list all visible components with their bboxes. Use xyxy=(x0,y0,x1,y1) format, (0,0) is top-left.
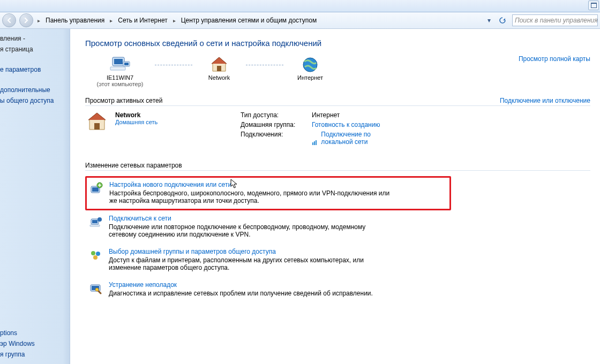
map-connection-line xyxy=(155,65,192,65)
map-node-network: Network xyxy=(192,55,246,81)
svg-rect-16 xyxy=(90,225,100,226)
task-item: Подключиться к сети Подключение или повт… xyxy=(85,210,590,244)
section-label: Просмотр активных сетей xyxy=(85,97,162,104)
chevron-right-icon: ▸ xyxy=(36,18,41,24)
svg-rect-12 xyxy=(92,187,99,192)
svg-point-20 xyxy=(93,255,98,260)
page-title: Просмотр основных сведений о сети и наст… xyxy=(85,39,590,48)
map-node-internet: Интернет xyxy=(283,55,337,81)
map-node-label: Network xyxy=(192,74,246,81)
task-connect-link[interactable]: Подключиться к сети xyxy=(109,215,171,222)
task-troubleshoot-link[interactable]: Устранение неполадок xyxy=(109,281,177,289)
connection-link[interactable]: Подключение по локальной сети xyxy=(321,131,401,146)
task-description: Настройка беспроводного, широкополосного… xyxy=(109,189,393,204)
task-item: Устранение неполадок Диагностика и испра… xyxy=(85,277,590,302)
map-node-label: IE11WIN7 xyxy=(85,74,155,81)
map-connection-line xyxy=(246,65,283,65)
detail-label: Подключения: xyxy=(241,131,308,146)
address-dropdown[interactable]: ▾ xyxy=(485,17,493,24)
highlight-box: Настройка нового подключения или сети На… xyxy=(85,176,451,210)
svg-rect-9 xyxy=(314,141,315,145)
sidebar-item[interactable]: эр Windows xyxy=(0,338,70,349)
troubleshoot-icon xyxy=(89,281,102,297)
sidebar-item[interactable]: ptions xyxy=(0,328,70,338)
map-node-this-pc: IE11WIN7 (этот компьютер) xyxy=(85,55,155,87)
section-header-change-settings: Изменение сетевых параметров xyxy=(85,162,590,171)
task-description: Подключение или повторное подключение к … xyxy=(109,223,393,238)
globe-icon xyxy=(283,55,337,74)
svg-rect-7 xyxy=(94,123,100,130)
toolbar: ▸ Панель управления ▸ Сеть и Интернет ▸ … xyxy=(0,12,600,29)
homegroup-icon xyxy=(89,248,102,271)
section-header-active-networks: Просмотр активных сетей Подключение или … xyxy=(85,97,590,106)
home-network-icon xyxy=(85,111,109,133)
main-content: Просмотр основных сведений о сети и наст… xyxy=(70,29,600,364)
nav-forward-button[interactable] xyxy=(19,13,33,27)
chevron-right-icon: ▸ xyxy=(172,18,177,24)
network-map: IE11WIN7 (этот компьютер) Network xyxy=(85,55,590,87)
sidebar-item[interactable]: дополнительные xyxy=(0,85,70,95)
detail-value: Интернет xyxy=(312,111,401,119)
task-description: Доступ к файлам и принтерам, расположенн… xyxy=(109,256,393,271)
connect-network-icon xyxy=(89,215,102,238)
svg-rect-15 xyxy=(92,220,98,223)
search-placeholder: Поиск в панели управления xyxy=(515,17,598,24)
svg-point-19 xyxy=(96,252,100,256)
sidebar-item[interactable]: я группа xyxy=(0,349,70,360)
svg-point-6 xyxy=(303,58,317,72)
new-connection-icon xyxy=(90,181,103,204)
homegroup-link[interactable]: Готовность к созданию xyxy=(312,121,380,128)
svg-rect-8 xyxy=(312,142,313,145)
svg-point-18 xyxy=(91,251,95,255)
refresh-button[interactable] xyxy=(496,14,509,27)
sidebar-item[interactable]: е параметров xyxy=(0,64,70,75)
nav-back-button[interactable] xyxy=(2,13,16,27)
house-icon xyxy=(192,55,246,74)
sidebar: вления - я страница е параметров дополни… xyxy=(0,29,70,364)
lan-icon xyxy=(312,139,318,146)
sidebar-item[interactable]: я страница xyxy=(0,44,70,55)
svg-rect-2 xyxy=(110,67,125,70)
chevron-right-icon: ▸ xyxy=(109,18,114,24)
detail-label: Тип доступа: xyxy=(241,111,308,119)
svg-point-17 xyxy=(98,217,102,222)
view-full-map-link[interactable]: Просмотр полной карты xyxy=(519,55,590,63)
network-type-link[interactable]: Домашняя сеть xyxy=(115,119,158,125)
svg-rect-5 xyxy=(217,66,221,71)
connect-disconnect-link[interactable]: Подключение или отключение xyxy=(500,97,590,104)
breadcrumb-item[interactable]: Центр управления сетями и общим доступом xyxy=(180,17,318,24)
task-homegroup-link[interactable]: Выбор домашней группы и параметров общег… xyxy=(109,248,276,255)
map-node-label: Интернет xyxy=(283,74,337,81)
task-new-connection-link[interactable]: Настройка нового подключения или сети xyxy=(109,181,231,188)
search-input[interactable]: Поиск в панели управления xyxy=(512,14,598,26)
network-name: Network xyxy=(115,111,158,119)
sidebar-item[interactable]: вления - xyxy=(0,33,70,44)
map-node-sublabel: (этот компьютер) xyxy=(85,81,155,87)
sidebar-item[interactable]: ы общего доступа xyxy=(0,95,70,106)
maximize-button[interactable] xyxy=(588,1,599,10)
task-description: Диагностика и исправление сетевых пробле… xyxy=(109,290,393,297)
task-item: Выбор домашней группы и параметров общег… xyxy=(85,244,590,277)
network-details-table: Тип доступа: Интернет Домашняя группа: Г… xyxy=(241,111,401,146)
breadcrumb-item[interactable]: Сеть и Интернет xyxy=(117,17,168,24)
svg-point-23 xyxy=(95,288,99,291)
breadcrumb-item[interactable]: Панель управления xyxy=(44,17,106,24)
computer-icon xyxy=(85,55,155,74)
window-titlebar xyxy=(0,0,600,12)
svg-rect-10 xyxy=(316,140,317,145)
svg-rect-4 xyxy=(124,63,129,65)
detail-label: Домашняя группа: xyxy=(241,121,308,128)
svg-rect-1 xyxy=(114,59,123,64)
